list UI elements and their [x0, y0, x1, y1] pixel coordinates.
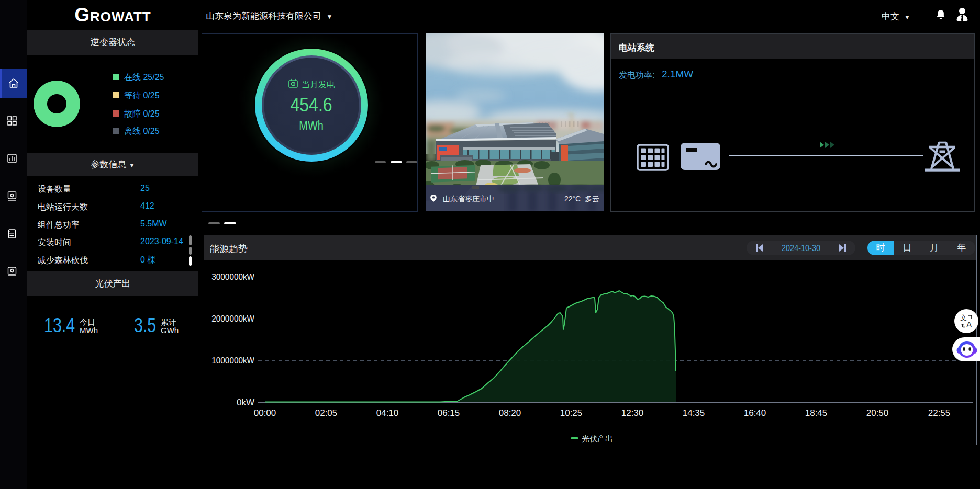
svg-text:文: 文 [960, 314, 967, 322]
svg-text:A: A [967, 320, 972, 328]
